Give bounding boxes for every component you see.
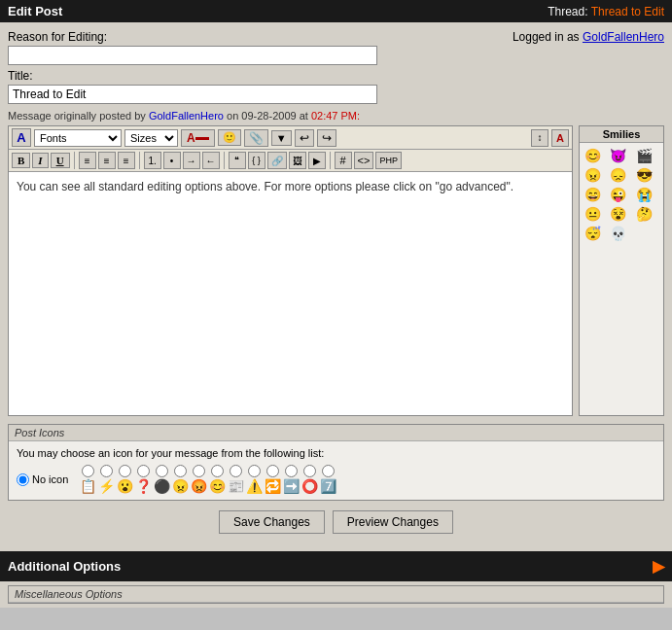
undo-btn[interactable]: ↩ [295, 129, 314, 147]
author-link[interactable]: GoldFallenHero [149, 110, 224, 122]
misc-options-box: Miscellaneous Options [8, 585, 664, 604]
smilies-panel: Smilies 😊 😈 🎬 😠 😞 😎 😄 😜 😭 😐 😵 🤔 😴 💀 [579, 125, 664, 416]
code-btn[interactable]: { } [248, 152, 265, 169]
aa-btn[interactable]: A [551, 129, 569, 147]
divider1 [74, 152, 75, 169]
smiley-film[interactable]: 🎬 [635, 147, 653, 164]
reason-input[interactable] [8, 46, 377, 65]
icon-opt-1[interactable]: 📋 [80, 465, 96, 494]
thread-info: Thread: Thread to Edit [548, 5, 664, 18]
collapse-arrow[interactable]: ▶ [653, 557, 664, 576]
icon-opt-9[interactable]: 📰 [228, 465, 244, 494]
fonts-dropdown[interactable]: Fonts [34, 129, 122, 147]
smiley-sleep[interactable]: 😴 [584, 225, 601, 242]
outdent-btn[interactable]: ← [202, 152, 220, 169]
icon-opt-8[interactable]: 😊 [209, 465, 226, 494]
icon-opt-5[interactable]: ⚫ [154, 465, 170, 494]
hash-btn[interactable]: # [335, 152, 352, 169]
reason-row: Reason for Editing: [8, 30, 377, 65]
rich-text-editor: A Fonts Sizes A 🙂 📎 [8, 125, 573, 416]
more-options-btn[interactable]: ▼ [271, 130, 292, 146]
misc-options-label: Miscellaneous Options [9, 586, 663, 603]
divider4 [330, 152, 331, 169]
indent-btn[interactable]: → [183, 152, 200, 169]
image-btn[interactable]: 🖼 [289, 152, 306, 169]
align-left-btn[interactable]: ≡ [79, 152, 96, 169]
smiley-angry[interactable]: 😠 [584, 166, 601, 184]
title-label: Title: [8, 69, 664, 83]
post-icons-section: Post Icons You may choose an icon for yo… [8, 424, 664, 501]
link-btn[interactable]: 🔗 [267, 152, 287, 169]
quote-btn[interactable]: ❝ [229, 152, 246, 169]
toolbar-row2: B I U ≡ ≡ ≡ 1. • → ← ❝ { } 🔗 🖼 [9, 150, 572, 172]
icon-opt-6[interactable]: 😠 [172, 465, 189, 494]
editor-content[interactable]: You can see all standard editing options… [9, 172, 572, 415]
bold-btn[interactable]: B [12, 153, 30, 168]
align-center-btn[interactable]: ≡ [98, 152, 116, 169]
preview-changes-btn[interactable]: Preview Changes [333, 510, 453, 534]
divider3 [224, 152, 225, 169]
title-row: Title: [8, 69, 664, 104]
smiley-smile[interactable]: 😄 [584, 186, 601, 203]
font-icon-btn[interactable]: A [12, 128, 31, 147]
smiley-wink[interactable]: 😜 [610, 186, 627, 203]
icon-opt-3[interactable]: 😮 [117, 465, 133, 494]
attach-btn[interactable]: 📎 [244, 129, 268, 147]
toolbar-right: ↕ A [531, 129, 569, 147]
no-icon-radio[interactable] [17, 473, 29, 486]
post-icons-title: Post Icons [9, 425, 663, 441]
italic-btn[interactable]: I [32, 153, 48, 168]
toolbar-row1: A Fonts Sizes A 🙂 📎 [9, 126, 572, 150]
icon-opt-4[interactable]: ❓ [135, 465, 152, 494]
icon-opt-10[interactable]: ⚠️ [246, 465, 263, 494]
icon-opt-2[interactable]: ⚡ [98, 465, 115, 494]
action-buttons: Save Changes Preview Changes [8, 501, 664, 543]
username-link[interactable]: GoldFallenHero [583, 30, 664, 44]
smiley-btn[interactable]: 🙂 [218, 129, 241, 146]
smiley-skull[interactable]: 💀 [610, 225, 627, 242]
additional-options-header: Additional Options ▶ [0, 551, 672, 581]
main-content: Reason for Editing: Logged in as GoldFal… [0, 22, 672, 551]
smiley-think[interactable]: 🤔 [635, 205, 653, 223]
ordered-list-btn[interactable]: 1. [144, 152, 161, 169]
post-icons-desc: You may choose an icon for your message … [17, 447, 655, 459]
smiley-sad[interactable]: 😞 [610, 166, 627, 184]
php-btn[interactable]: PHP [375, 152, 402, 169]
message-info: Message originally posted by GoldFallenH… [8, 110, 664, 122]
editor-help-text: You can see all standard editing options… [17, 180, 513, 193]
logged-in-info: Logged in as GoldFallenHero [513, 30, 664, 44]
redo-btn[interactable]: ↪ [317, 129, 336, 147]
sizes-dropdown[interactable]: Sizes [124, 129, 178, 147]
icon-opt-13[interactable]: ⭕ [301, 465, 318, 494]
color-btn[interactable]: A [181, 129, 215, 147]
additional-options-title: Additional Options [8, 559, 121, 574]
post-icons-content: You may choose an icon for your message … [9, 441, 663, 500]
smilies-grid: 😊 😈 🎬 😠 😞 😎 😄 😜 😭 😐 😵 🤔 😴 💀 [580, 143, 663, 246]
save-changes-btn[interactable]: Save Changes [219, 510, 325, 534]
smiley-happy[interactable]: 😊 [584, 147, 601, 164]
code2-btn[interactable]: <> [354, 152, 374, 169]
page-title: Edit Post [8, 4, 62, 18]
smiley-devil[interactable]: 😈 [610, 147, 627, 164]
editor-area: A Fonts Sizes A 🙂 📎 [8, 125, 664, 416]
smiley-cry[interactable]: 😭 [635, 186, 653, 203]
title-input[interactable] [8, 85, 377, 104]
smiley-confused[interactable]: 😵 [610, 205, 627, 223]
post-time: 02:47 PM: [311, 110, 360, 122]
icon-opt-14[interactable]: 7️⃣ [320, 465, 336, 494]
thread-link[interactable]: Thread to Edit [591, 5, 664, 18]
unordered-list-btn[interactable]: • [163, 152, 181, 169]
icon-options-grid: 📋 ⚡ 😮 ❓ ⚫ [80, 465, 336, 494]
page-header: Edit Post Thread: Thread to Edit [0, 0, 672, 22]
icon-opt-12[interactable]: ➡️ [283, 465, 300, 494]
underline-btn[interactable]: U [51, 153, 70, 168]
icon-opt-11[interactable]: 🔁 [265, 465, 281, 494]
icon-opt-7[interactable]: 😡 [191, 465, 207, 494]
media-btn[interactable]: ▶ [308, 152, 326, 169]
reason-label: Reason for Editing: [8, 30, 377, 44]
no-icon-option[interactable]: No icon [17, 473, 68, 486]
align-right-btn[interactable]: ≡ [118, 152, 135, 169]
smiley-neutral[interactable]: 😐 [584, 205, 601, 223]
expand-btn[interactable]: ↕ [531, 129, 548, 147]
smiley-cool[interactable]: 😎 [635, 166, 653, 184]
